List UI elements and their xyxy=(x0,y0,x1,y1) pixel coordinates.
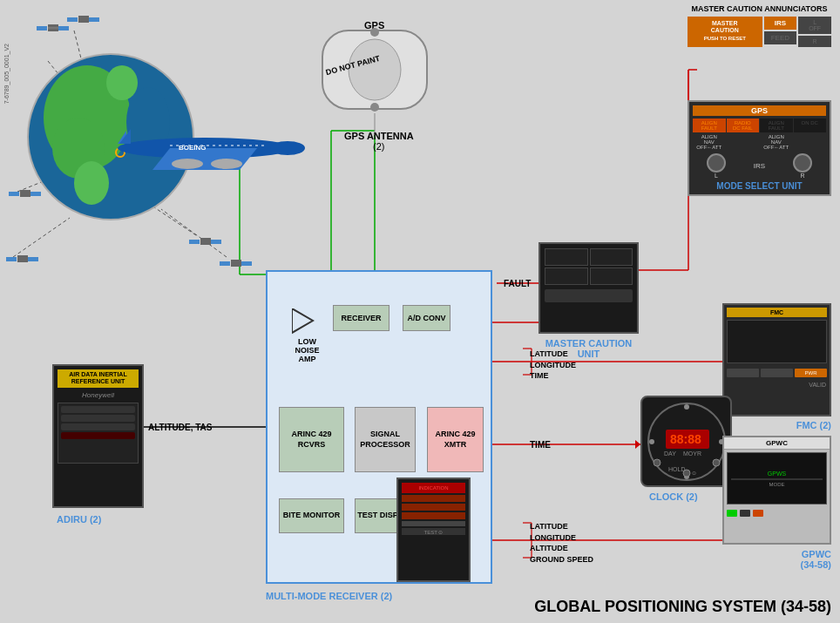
adiru-label: ADIRU (2) xyxy=(57,514,101,525)
altitude-tas-label: ALTITUDE, TAS xyxy=(148,423,213,432)
svg-rect-63 xyxy=(220,261,230,266)
svg-rect-64 xyxy=(241,261,252,266)
time-label: TIME xyxy=(530,440,551,450)
svg-point-92 xyxy=(370,103,379,112)
svg-text:⊙: ⊙ xyxy=(692,471,696,476)
mca-panel: MASTER CAUTION ANNUNCIATORS MASTERCAUTIO… xyxy=(688,4,831,49)
fmc-box: FMC PWR VALID xyxy=(722,303,831,416)
irs-btn[interactable]: IRS xyxy=(764,17,797,30)
gps-antenna-label: GPS ANTENNA (2) xyxy=(344,131,414,152)
svg-rect-57 xyxy=(67,17,78,22)
align-left-btn[interactable]: ALIGNFAULT xyxy=(693,119,726,132)
radio-btn[interactable]: RADIODC FAIL xyxy=(727,119,760,132)
fmc-label: FMC (2) xyxy=(722,420,831,430)
svg-point-98 xyxy=(649,439,654,444)
satellite-5 xyxy=(4,248,39,276)
bite-monitor-block: BITE MONITOR xyxy=(279,498,344,533)
svg-point-106 xyxy=(683,470,690,477)
gpwc-box: GPWC GPWS MODE xyxy=(722,436,831,545)
left-off-btn[interactable]: LOFF xyxy=(798,17,831,34)
svg-rect-53 xyxy=(37,26,47,30)
lna-symbol xyxy=(292,308,318,336)
svg-text:HOLD: HOLD xyxy=(668,466,685,472)
svg-rect-62 xyxy=(231,260,241,267)
clock-box: 88:88 DAY MOYR HOLD ⊙ xyxy=(640,396,732,487)
on-dc-btn[interactable]: ON DC xyxy=(794,119,827,132)
satellite-2 xyxy=(65,9,100,37)
adiru-box: AIR DATA INERTIALREFERENCE UNIT Honeywel… xyxy=(52,364,144,508)
satellite-3 xyxy=(187,231,222,259)
svg-point-104 xyxy=(713,459,720,466)
receiver-block: RECEIVER xyxy=(333,305,390,331)
svg-point-89 xyxy=(349,39,401,100)
clock-label: CLOCK (2) xyxy=(649,491,698,502)
master-caution-btn[interactable]: MASTERCAUTIONPUSH TO RESET xyxy=(688,17,762,47)
svg-marker-93 xyxy=(292,308,313,333)
ad-conv-block: A/D CONV xyxy=(403,305,450,331)
right-btn[interactable]: R xyxy=(798,36,831,47)
svg-text:88:88: 88:88 xyxy=(670,432,701,446)
lat-long-time-label: LATITUDELONGITUDETIME xyxy=(530,349,576,382)
svg-rect-60 xyxy=(189,240,200,244)
lna-label: LOWNOISEAMP xyxy=(283,337,331,363)
signal-processor-block: SIGNAL PROCESSOR xyxy=(355,407,416,472)
align-right-btn[interactable]: ALIGNFAULT xyxy=(760,119,793,132)
main-container: BOEING GPS GPS ANTENNA (2) DO NOT PAINT xyxy=(0,0,840,623)
lat-long-alt-gs-label: LATITUDELONGITUDEALTITUDEGROUND SPEED xyxy=(530,521,593,565)
document-number: 7-6789_005_0001_V2 xyxy=(3,44,10,104)
svg-point-75 xyxy=(106,65,138,100)
svg-rect-67 xyxy=(28,257,38,261)
svg-rect-66 xyxy=(6,257,17,261)
gpwc-label: GPWC (34-58) xyxy=(722,549,831,570)
svg-point-95 xyxy=(684,404,689,410)
arinc429-rcvrs-block: ARINC 429 RCVRS xyxy=(279,407,344,472)
svg-point-91 xyxy=(370,28,379,37)
feed-btn[interactable]: FEED xyxy=(764,31,797,44)
satellite-1 xyxy=(35,17,70,45)
svg-point-103 xyxy=(654,459,660,466)
svg-point-84 xyxy=(172,159,203,169)
msu-label: MODE SELECT UNIT xyxy=(693,181,826,191)
svg-rect-69 xyxy=(9,192,19,196)
svg-text:BOEING: BOEING xyxy=(179,144,207,152)
master-caution-unit-box xyxy=(539,242,639,334)
arinc429-xmtr-block: ARINC 429 XMTR xyxy=(427,407,484,472)
svg-rect-56 xyxy=(78,16,89,23)
multi-mode-receiver-label: MULTI-MODE RECEIVER (2) xyxy=(266,591,392,601)
svg-rect-59 xyxy=(200,238,211,245)
gps-label: GPS xyxy=(693,105,826,116)
svg-rect-65 xyxy=(17,255,28,262)
svg-point-83 xyxy=(270,141,305,155)
svg-point-85 xyxy=(211,159,242,169)
svg-rect-61 xyxy=(211,240,221,244)
satellite-4 xyxy=(218,253,253,281)
msu-panel: GPS ALIGNFAULT RADIODC FAIL ALIGNFAULT O… xyxy=(688,100,831,196)
test-display-unit: INDICATION TEST ⊙ xyxy=(396,477,471,582)
svg-text:MOYR: MOYR xyxy=(683,450,701,457)
svg-text:DAY: DAY xyxy=(664,450,676,457)
fault-label: FAULT xyxy=(504,279,531,288)
page-title: GLOBAL POSITIONING SYSTEM (34-58) xyxy=(534,598,831,616)
svg-rect-58 xyxy=(89,17,99,22)
boeing-aircraft: BOEING xyxy=(100,113,318,183)
